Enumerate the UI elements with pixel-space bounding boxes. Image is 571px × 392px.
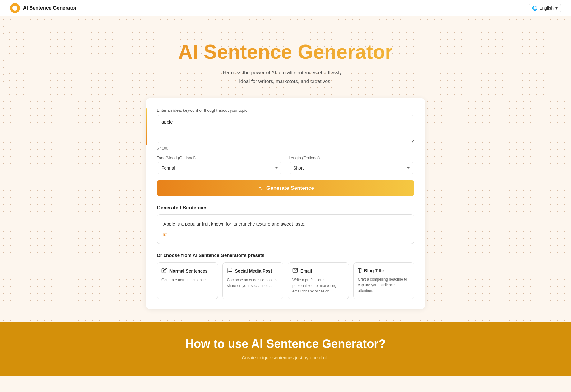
social-media-icon bbox=[227, 268, 233, 275]
preset-card-normal[interactable]: Normal Sentences Generate normal sentenc… bbox=[157, 262, 218, 299]
language-label: English bbox=[539, 6, 554, 11]
length-label: Length (Optional) bbox=[289, 156, 414, 160]
preset-header-normal: Normal Sentences bbox=[161, 268, 213, 275]
tone-select[interactable]: Formal Informal Friendly Professional Hu… bbox=[157, 162, 282, 174]
tone-label: Tone/Mood (Optional) bbox=[157, 156, 282, 160]
preset-card-blog[interactable]: T Blog Title Craft a compelling headline… bbox=[353, 262, 415, 299]
preset-desc-email: Write a professional, personalized, or m… bbox=[292, 277, 344, 294]
char-count: 6 / 100 bbox=[157, 146, 414, 151]
logo: AI Sentence Generator bbox=[10, 3, 77, 13]
preset-header-blog: T Blog Title bbox=[358, 268, 410, 274]
tone-group: Tone/Mood (Optional) Formal Informal Fri… bbox=[157, 156, 282, 174]
topic-label: Enter an idea, keyword or thought about … bbox=[157, 108, 414, 113]
preset-desc-normal: Generate normal sentences. bbox=[161, 277, 213, 283]
main-card: Enter an idea, keyword or thought about … bbox=[146, 98, 425, 309]
hero-subtitle: Harness the power of AI to craft sentenc… bbox=[12, 68, 559, 85]
copy-button[interactable]: ⧉ bbox=[163, 231, 167, 238]
globe-icon: 🌐 bbox=[532, 6, 537, 11]
main-section: AI Sentence Generator Harness the power … bbox=[0, 16, 571, 322]
preset-header-email: Email bbox=[292, 268, 344, 275]
footer-subtitle: Create unique sentences just by one clic… bbox=[6, 355, 565, 360]
card-inner: Enter an idea, keyword or thought about … bbox=[157, 108, 414, 299]
logo-icon bbox=[10, 3, 20, 13]
hero-section: AI Sentence Generator Harness the power … bbox=[6, 22, 565, 98]
generate-button[interactable]: Generate Sentence bbox=[157, 180, 414, 196]
generated-label: Generated Sentences bbox=[157, 205, 414, 211]
preset-header-social: Social Media Post bbox=[227, 268, 279, 275]
selects-row: Tone/Mood (Optional) Formal Informal Fri… bbox=[157, 156, 414, 174]
blog-title-icon: T bbox=[358, 268, 362, 274]
length-group: Length (Optional) Short Medium Long bbox=[289, 156, 414, 174]
topic-textarea[interactable] bbox=[157, 115, 414, 143]
generated-text: Apple is a popular fruit known for its c… bbox=[163, 220, 408, 228]
email-icon bbox=[292, 268, 298, 275]
copy-icon: ⧉ bbox=[163, 231, 167, 238]
length-select[interactable]: Short Medium Long bbox=[289, 162, 414, 174]
left-accent-bar bbox=[146, 108, 147, 145]
generated-box: Apple is a popular fruit known for its c… bbox=[157, 214, 414, 244]
footer-title: How to use AI Sentence Generator? bbox=[6, 337, 565, 351]
page-title: AI Sentence Generator bbox=[12, 41, 559, 63]
presets-label: Or choose from AI Sentence Generator's p… bbox=[157, 253, 414, 258]
presets-grid: Normal Sentences Generate normal sentenc… bbox=[157, 262, 414, 299]
preset-desc-blog: Craft a compelling headline to capture y… bbox=[358, 277, 410, 293]
preset-title-blog: Blog Title bbox=[364, 268, 384, 273]
generate-button-label: Generate Sentence bbox=[266, 185, 314, 191]
preset-title-email: Email bbox=[300, 268, 312, 273]
footer-section: How to use AI Sentence Generator? Create… bbox=[0, 322, 571, 376]
language-selector[interactable]: 🌐 English ▾ bbox=[529, 4, 561, 12]
preset-desc-social: Compose an engaging post to share on you… bbox=[227, 277, 279, 288]
normal-sentences-icon bbox=[161, 268, 167, 275]
chevron-down-icon: ▾ bbox=[555, 6, 558, 11]
logo-inner-circle bbox=[12, 6, 17, 11]
preset-card-email[interactable]: Email Write a professional, personalized… bbox=[288, 262, 349, 299]
header: AI Sentence Generator 🌐 English ▾ bbox=[0, 0, 571, 16]
preset-title-normal: Normal Sentences bbox=[169, 268, 207, 273]
sparkle-icon bbox=[257, 185, 263, 191]
preset-card-social[interactable]: Social Media Post Compose an engaging po… bbox=[222, 262, 284, 299]
preset-title-social: Social Media Post bbox=[235, 268, 272, 273]
logo-text: AI Sentence Generator bbox=[23, 5, 77, 11]
